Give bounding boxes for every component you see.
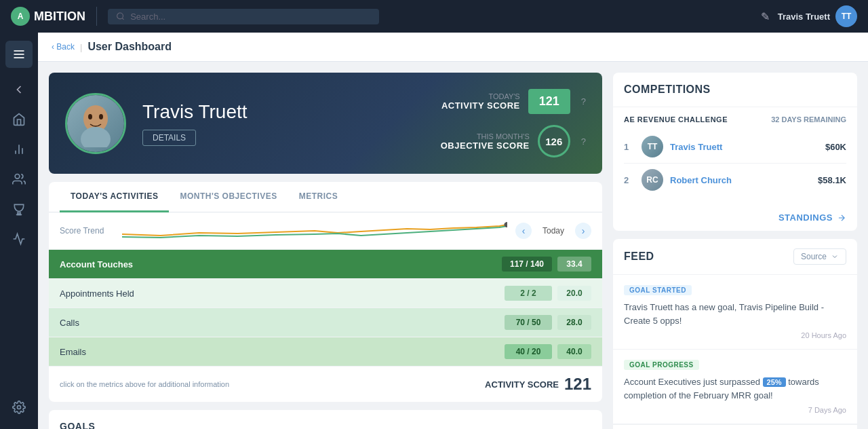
search-icon [116,12,125,21]
competition-name-row: AE Revenue Challenge 32 Days Remaining [624,115,846,124]
user-menu[interactable]: Travis Truett TT [778,5,857,27]
competition-user-1[interactable]: Travis Truett [670,142,818,152]
competition-entry-1: 1 TT Travis Truett $60K [624,130,846,164]
feed-item-1: Goal Started Travis Truett has a new goa… [613,275,857,350]
activity-ratio-appointments-held: 2 / 2 [505,286,552,301]
activities-tabs: Today's Activities Month's Objectives Me… [49,182,602,212]
today-score-label: Today's Activity Score [441,92,520,111]
gear-icon [12,400,26,414]
today-score-badge: 121 [528,89,570,114]
chevron-left-icon [12,83,26,96]
footer-score: Activity Score 121 [485,375,591,394]
profile-name: Travis Truett [142,101,425,123]
activity-row-calls[interactable]: Calls 70 / 50 28.0 [49,308,602,337]
standings-label: Standings [778,212,833,223]
activity-score-calls: 28.0 [557,315,591,330]
prev-day-button[interactable]: ‹ [515,223,532,239]
competition-value-1: $60K [825,142,846,152]
svg-point-12 [81,127,111,147]
sidebar-item-users[interactable] [5,166,33,193]
app-title: MBITION [34,10,85,24]
tab-months-objectives[interactable]: Month's Objectives [169,182,288,212]
feed-badge-1: Goal Started [624,285,692,295]
sidebar-item-back[interactable] [5,76,33,103]
sidebar [0,33,38,429]
competition-user-2[interactable]: Robert Church [670,175,811,185]
activity-name-appointments-held: Appointments Held [60,288,505,299]
score-trend-chart [122,221,507,241]
score-trend-label: Score Trend [60,226,114,236]
search-input[interactable] [130,12,371,22]
sidebar-item-activities[interactable] [5,225,33,253]
activity-row-appointments-held[interactable]: Appointments Held 2 / 2 20.0 [49,279,602,308]
feed-text-before: Account Executives just surpassed [624,377,760,387]
competition-avatar-2: RC [642,169,663,191]
sidebar-item-home[interactable] [5,106,33,133]
competition-item: AE Revenue Challenge 32 Days Remaining 1… [613,107,857,204]
score-trend-nav: ‹ Today › [515,223,591,239]
trophy-icon [12,202,26,216]
sidebar-item-settings[interactable] [5,394,33,421]
activity-row-account-touches[interactable]: Account Touches 117 / 140 33.4 [49,250,602,279]
top-nav-right: ✎ Travis Truett TT [761,5,857,27]
competition-entry-2: 2 RC Robert Church $58.1K [624,164,846,196]
logo-icon: A [11,7,30,26]
sidebar-item-competitions[interactable] [5,195,33,223]
breadcrumb-divider: | [80,42,82,52]
svg-point-14 [99,114,103,119]
competitions-header: Competitions [613,73,857,107]
svg-point-0 [117,13,123,19]
goals-card: Goals [49,410,602,429]
menu-icon [12,48,26,61]
app-logo[interactable]: A MBITION [11,7,85,26]
tab-metrics[interactable]: Metrics [288,182,349,212]
activity-row-emails[interactable]: Emails 40 / 20 40.0 [49,337,602,367]
right-panel: Competitions AE Revenue Challenge 32 Day… [613,73,857,429]
competition-value-2: $58.1K [818,175,846,185]
feed-footer: GET HELP [613,424,857,429]
standings-link[interactable]: Standings [613,204,857,231]
competition-rank-1: 1 [624,142,635,152]
breadcrumb-back[interactable]: ‹ Back [52,42,75,52]
left-panel: Travis Truett DETAILS Today's Activity S… [49,73,602,429]
source-label: Source [801,252,827,261]
today-score-help[interactable]: ? [581,96,586,107]
footer-score-label: Activity Score [485,379,559,390]
feed-text-2: Account Executives just surpassed 25% to… [624,375,846,402]
user-name: Travis Truett [778,12,830,22]
competitions-title: Competitions [624,83,846,96]
feed-time-1: 20 Hours Ago [624,331,846,339]
svg-point-7 [15,174,20,179]
chevron-down-icon [831,253,839,261]
feed-time-2: 7 Days Ago [624,406,846,414]
competition-name: AE Revenue Challenge [624,115,728,124]
content-area: Travis Truett DETAILS Today's Activity S… [38,62,868,429]
page-title: User Dashboard [87,41,172,53]
main-content: ‹ Back | User Dashboard [38,33,868,429]
edit-icon[interactable]: ✎ [761,10,770,23]
activity-ratio-emails: 40 / 20 [505,344,552,359]
score-trend-row: Score Trend ‹ Today › [49,212,602,250]
profile-info: Travis Truett DETAILS [142,101,425,146]
profile-details-button[interactable]: DETAILS [142,130,196,146]
sidebar-item-analytics[interactable] [5,136,33,163]
competition-remaining: 32 Days Remaining [771,115,846,124]
next-day-button[interactable]: › [575,223,591,239]
activity-name-calls: Calls [60,318,505,328]
competition-rank-2: 2 [624,175,635,185]
feed-source-select[interactable]: Source [793,248,846,265]
svg-point-13 [88,114,92,119]
search-box[interactable] [108,9,379,24]
profile-card: Travis Truett DETAILS Today's Activity S… [49,73,602,174]
tab-today-activities[interactable]: Today's Activities [60,182,169,212]
profile-avatar [65,93,126,154]
breadcrumb-bar: ‹ Back | User Dashboard [38,33,868,62]
activities-footer: click on the metrics above for additiona… [49,367,602,402]
footer-hint: click on the metrics above for additiona… [60,380,229,388]
activities-card: Today's Activities Month's Objectives Me… [49,182,602,402]
avatar-image [75,100,116,147]
sidebar-item-menu[interactable] [5,41,33,68]
month-score-help[interactable]: ? [581,136,586,147]
chart-icon [12,143,26,156]
competition-avatar-1: TT [642,136,663,157]
